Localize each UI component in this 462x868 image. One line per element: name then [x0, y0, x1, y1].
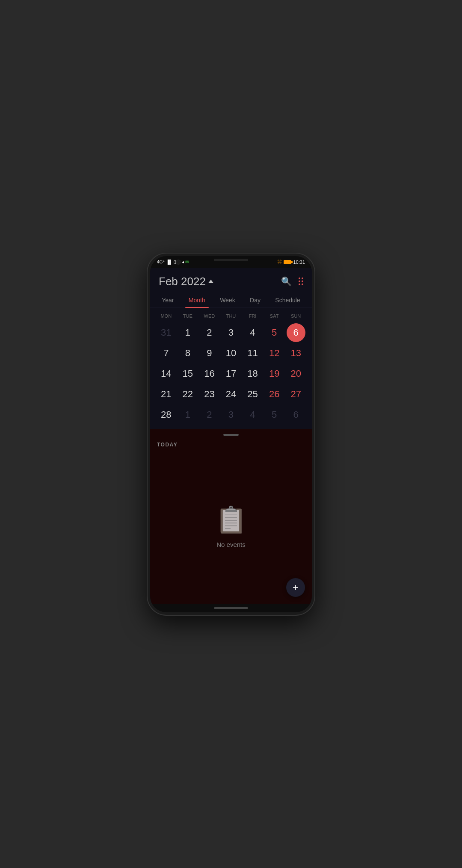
day-cell-2-0[interactable]: 14 [155, 364, 177, 384]
no-events-text: No events [216, 541, 246, 548]
calendar-weeks: 3112345678910111213141516171819202122232… [155, 323, 307, 425]
header: Feb 2022 🔍 [150, 268, 312, 292]
day-cell-4-2[interactable]: 2 [198, 405, 220, 425]
no-events-container: 📋 No events [157, 455, 305, 599]
day-cell-1-6[interactable]: 13 [285, 343, 307, 363]
tab-day[interactable]: Day [246, 295, 264, 305]
time-display: 10:31 [293, 260, 305, 265]
bottom-bar [150, 604, 312, 612]
search-icon[interactable]: 🔍 [281, 276, 292, 286]
day-cell-0-6[interactable]: 6 [287, 323, 305, 342]
day-header-wed: WED [198, 312, 220, 320]
status-left: 4G⁺ ▐▌ ((·)) ◂ ✉ [157, 260, 189, 264]
day-cell-4-6[interactable]: 6 [285, 405, 307, 425]
day-cell-0-2[interactable]: 2 [198, 323, 220, 342]
day-cell-4-4[interactable]: 4 [242, 405, 264, 425]
view-tabs: Year Month Week Day Schedule [150, 292, 312, 307]
camera [176, 260, 181, 265]
speaker [214, 259, 248, 261]
tab-week[interactable]: Week [216, 295, 239, 305]
tab-schedule[interactable]: Schedule [272, 295, 303, 305]
message-icon: ✉ [185, 260, 189, 264]
phone-frame: 4G⁺ ▐▌ ((·)) ◂ ✉ ⌘ 10:31 Feb 2022 🔍 [148, 254, 314, 615]
day-cell-1-5[interactable]: 12 [264, 343, 285, 363]
day-cell-2-6[interactable]: 20 [285, 364, 307, 384]
app-content: Feb 2022 🔍 [150, 268, 312, 604]
day-header-mon: MON [155, 312, 177, 320]
day-cell-4-1[interactable]: 1 [177, 405, 199, 425]
home-indicator[interactable] [214, 607, 248, 609]
day-header-tue: TUE [177, 312, 199, 320]
day-header-sun: SUN [285, 312, 307, 320]
header-icons: 🔍 [281, 276, 303, 286]
month-year-label: Feb 2022 [159, 275, 206, 288]
week-row-3: 21222324252627 [155, 384, 307, 404]
day-header-thu: THU [220, 312, 242, 320]
day-cell-2-1[interactable]: 15 [177, 364, 199, 384]
day-cell-3-5[interactable]: 26 [264, 384, 285, 404]
add-event-button[interactable]: + [286, 578, 305, 597]
day-cell-1-1[interactable]: 8 [177, 343, 199, 363]
day-cell-1-3[interactable]: 10 [220, 343, 242, 363]
nav-icon: ◂ [182, 260, 184, 264]
day-cell-1-4[interactable]: 11 [242, 343, 264, 363]
today-label: TODAY [157, 442, 305, 448]
title-arrow-icon [208, 280, 213, 283]
day-cell-3-0[interactable]: 21 [155, 384, 177, 404]
network-indicator: 4G⁺ [157, 260, 165, 264]
day-headers: MON TUE WED THU FRI SAT SUN [155, 312, 307, 320]
day-cell-1-2[interactable]: 9 [198, 343, 220, 363]
day-cell-0-4[interactable]: 4 [242, 323, 264, 342]
tab-month[interactable]: Month [185, 295, 209, 305]
week-row-1: 78910111213 [155, 343, 307, 363]
day-cell-2-2[interactable]: 16 [198, 364, 220, 384]
day-cell-2-3[interactable]: 17 [220, 364, 242, 384]
drag-handle[interactable] [223, 434, 239, 436]
day-cell-3-6[interactable]: 27 [285, 384, 307, 404]
day-cell-0-0[interactable]: 31 [155, 323, 177, 342]
day-cell-2-5[interactable]: 19 [264, 364, 285, 384]
day-header-fri: FRI [242, 312, 264, 320]
day-cell-3-2[interactable]: 23 [198, 384, 220, 404]
day-cell-3-4[interactable]: 25 [242, 384, 264, 404]
empty-calendar-icon: 📋 [215, 505, 247, 535]
battery-icon [284, 260, 291, 264]
bluetooth-icon: ⌘ [277, 259, 282, 265]
calendar-grid: MON TUE WED THU FRI SAT SUN 311234567891… [150, 307, 312, 429]
more-options-icon[interactable] [299, 278, 303, 285]
month-title[interactable]: Feb 2022 [159, 275, 213, 288]
day-cell-0-5[interactable]: 5 [264, 323, 285, 342]
today-section: TODAY 📋 No events + [150, 429, 312, 604]
day-cell-4-0[interactable]: 28 [155, 405, 177, 425]
day-cell-4-3[interactable]: 3 [220, 405, 242, 425]
day-cell-4-5[interactable]: 5 [264, 405, 285, 425]
week-row-2: 14151617181920 [155, 364, 307, 384]
day-cell-0-1[interactable]: 1 [177, 323, 199, 342]
day-header-sat: SAT [264, 312, 285, 320]
week-row-4: 28123456 [155, 405, 307, 425]
tab-year[interactable]: Year [158, 295, 177, 305]
status-bar: 4G⁺ ▐▌ ((·)) ◂ ✉ ⌘ 10:31 [150, 256, 312, 268]
status-right: ⌘ 10:31 [277, 259, 305, 265]
day-cell-2-4[interactable]: 18 [242, 364, 264, 384]
day-cell-1-0[interactable]: 7 [155, 343, 177, 363]
day-cell-3-1[interactable]: 22 [177, 384, 199, 404]
week-row-0: 31123456 [155, 323, 307, 342]
signal-bars: ▐▌ [166, 260, 172, 264]
day-cell-0-3[interactable]: 3 [220, 323, 242, 342]
day-cell-3-3[interactable]: 24 [220, 384, 242, 404]
